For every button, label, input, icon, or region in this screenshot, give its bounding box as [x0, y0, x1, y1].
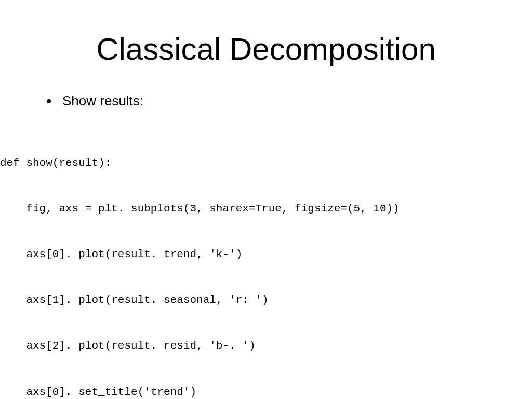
bullet-dot-icon [47, 99, 51, 103]
code-line: axs[2]. plot(result. resid, 'b-. ') [0, 338, 532, 353]
code-line: axs[0]. set_title('trend') [0, 384, 532, 399]
bullet-item: Show results: [47, 93, 532, 109]
code-block: def show(result): fig, axs = plt. subplo… [0, 125, 532, 399]
code-line: def show(result): [0, 155, 532, 170]
code-line: axs[0]. plot(result. trend, 'k-') [0, 247, 532, 262]
code-line: axs[1]. plot(result. seasonal, 'r: ') [0, 292, 532, 308]
bullet-text: Show results: [62, 93, 143, 109]
code-line: fig, axs = plt. subplots(3, sharex=True,… [0, 201, 532, 216]
slide-title: Classical Decomposition [0, 31, 532, 67]
slide: Classical Decomposition Show results: de… [0, 0, 532, 399]
